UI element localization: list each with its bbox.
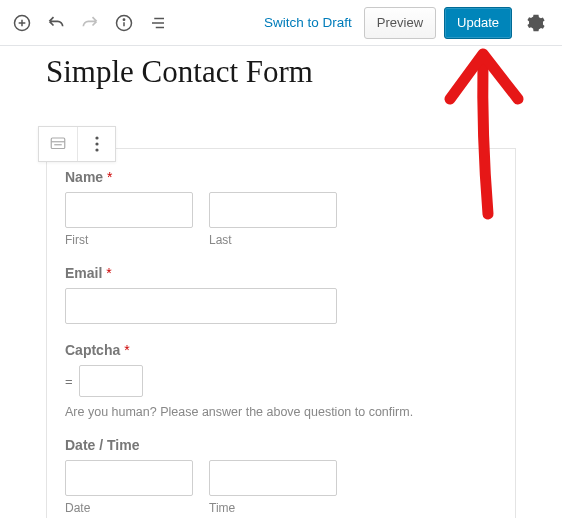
last-name-input[interactable]: [209, 192, 337, 228]
time-input[interactable]: [209, 460, 337, 496]
field-email: Email *: [65, 265, 497, 324]
email-label: Email *: [65, 265, 497, 281]
last-name-sublabel: Last: [209, 233, 337, 247]
block-more-icon[interactable]: [77, 127, 115, 161]
block-type-icon[interactable]: [39, 127, 77, 161]
email-required-mark: *: [106, 265, 111, 281]
svg-rect-9: [51, 138, 65, 149]
preview-button[interactable]: Preview: [364, 7, 436, 39]
outline-icon[interactable]: [142, 7, 174, 39]
editor-toolbar: Switch to Draft Preview Update: [0, 0, 562, 46]
toolbar-left: [6, 7, 174, 39]
captcha-required-mark: *: [124, 342, 129, 358]
page-title[interactable]: Simple Contact Form: [46, 54, 516, 90]
svg-point-14: [95, 148, 98, 151]
settings-gear-icon[interactable]: [520, 7, 552, 39]
name-label: Name *: [65, 169, 497, 185]
editor-canvas: Simple Contact Form Name * First Last: [0, 46, 562, 518]
name-label-text: Name: [65, 169, 103, 185]
datetime-label: Date / Time: [65, 437, 497, 453]
form-preview: Name * First Last Email *: [46, 148, 516, 518]
email-label-text: Email: [65, 265, 102, 281]
field-datetime: Date / Time Date Time: [65, 437, 497, 515]
captcha-equals: =: [65, 374, 73, 389]
toolbar-right: Switch to Draft Preview Update: [264, 7, 552, 39]
info-icon[interactable]: [108, 7, 140, 39]
captcha-input[interactable]: [79, 365, 143, 397]
captcha-helper: Are you human? Please answer the above q…: [65, 405, 497, 419]
first-name-sublabel: First: [65, 233, 193, 247]
captcha-label: Captcha *: [65, 342, 497, 358]
svg-point-13: [95, 142, 98, 145]
switch-to-draft-link[interactable]: Switch to Draft: [264, 15, 352, 30]
svg-point-5: [123, 19, 124, 20]
update-button[interactable]: Update: [444, 7, 512, 39]
date-sublabel: Date: [65, 501, 193, 515]
svg-point-12: [95, 136, 98, 139]
redo-icon: [74, 7, 106, 39]
undo-icon[interactable]: [40, 7, 72, 39]
name-required-mark: *: [107, 169, 112, 185]
captcha-label-text: Captcha: [65, 342, 120, 358]
block-toolbar: [38, 126, 116, 162]
date-input[interactable]: [65, 460, 193, 496]
field-name: Name * First Last: [65, 169, 497, 247]
time-sublabel: Time: [209, 501, 337, 515]
add-block-icon[interactable]: [6, 7, 38, 39]
field-captcha: Captcha * = Are you human? Please answer…: [65, 342, 497, 419]
email-input[interactable]: [65, 288, 337, 324]
first-name-input[interactable]: [65, 192, 193, 228]
